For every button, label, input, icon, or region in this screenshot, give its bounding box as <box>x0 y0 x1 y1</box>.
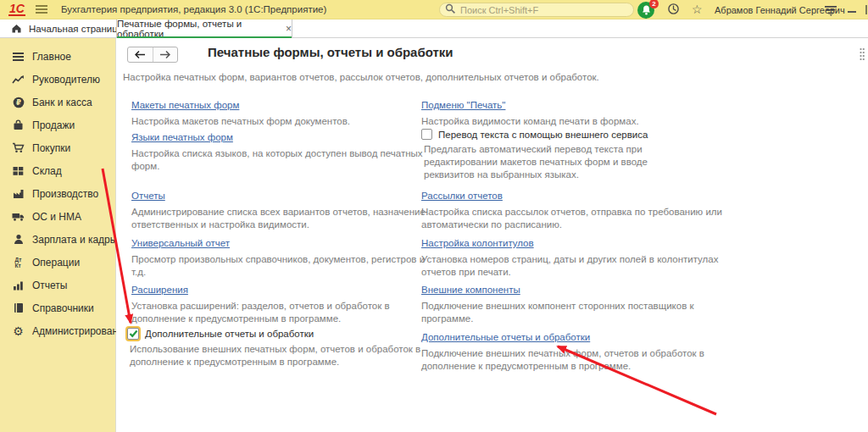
sidebar-item-bank-cash[interactable]: ₽ Банк и касса <box>0 91 115 114</box>
tab-print-forms[interactable]: Печатные формы, отчеты и обработки × <box>116 19 292 38</box>
forward-button[interactable] <box>153 47 178 62</box>
search-placeholder: Поиск Ctrl+Shift+F <box>460 5 538 15</box>
sidebar-item-operations[interactable]: Дт Кт Операции <box>0 251 115 274</box>
setting-description: Настройка списка рассылок отчетов, отпра… <box>421 206 760 231</box>
setting-description: Настройка макетов печатных форм документ… <box>131 115 437 128</box>
setting-print-form-layouts: Макеты печатных форм Настройка макетов п… <box>131 97 437 128</box>
setting-extensions: Расширения Установка расширений: раздело… <box>131 281 437 325</box>
main-content: Печатные формы, отчеты и обработки Настр… <box>116 38 868 432</box>
notification-badge: 2 <box>649 0 659 8</box>
more-actions-icon[interactable] <box>859 47 865 64</box>
reports-link[interactable]: Отчеты <box>131 191 165 201</box>
setting-reports: Отчеты Администрирование списка всех вар… <box>131 187 437 231</box>
headers-footers-link[interactable]: Настройка колонтитулов <box>421 238 534 248</box>
sidebar-item-warehouse[interactable]: Склад <box>0 159 115 182</box>
sidebar-item-purchases[interactable]: Покупки <box>0 136 115 159</box>
sidebar-item-reports[interactable]: Отчеты <box>0 274 115 296</box>
print-form-languages-link[interactable]: Языки печатных форм <box>131 132 233 142</box>
maximize-button-partial[interactable] <box>865 5 867 14</box>
home-icon <box>11 21 22 36</box>
setting-description: Просмотр произвольных справочников, доку… <box>131 253 437 279</box>
home-tab-label: Начальная страница <box>29 24 123 34</box>
sidebar-item-production[interactable]: Производство <box>0 182 115 205</box>
truck-icon <box>11 210 25 224</box>
sidebar-item-administration[interactable]: ⚙ Администрирование <box>0 319 115 342</box>
main-menu-icon[interactable] <box>36 4 47 14</box>
checkbox-label[interactable]: Перевод текста с помощью внешнего сервис… <box>438 130 648 140</box>
setting-description: Подключение внешних печатных форм, отчет… <box>421 347 760 373</box>
cart-icon <box>11 141 25 155</box>
bag-icon <box>11 119 25 132</box>
notifications-button[interactable]: 2 <box>637 1 656 19</box>
window-titlebar: 1С Бухгалтерия предприятия, редакция 3.0… <box>0 0 868 19</box>
active-tab-label: Печатные формы, отчеты и обработки <box>117 19 280 39</box>
setting-additional-reports-link: Дополнительные отчеты и обработки Подклю… <box>421 329 760 373</box>
factory-icon <box>11 187 25 201</box>
tools-settings-icon[interactable] <box>825 4 837 19</box>
setting-description: Настройка видимости команд печати в форм… <box>421 115 760 128</box>
tab-close-icon[interactable]: × <box>286 24 292 34</box>
setting-description: Подключение внешних компонент сторонних … <box>421 300 760 325</box>
search-icon <box>445 3 456 18</box>
sidebar-item-payroll-hr[interactable]: Зарплата и кадры <box>0 228 115 251</box>
setting-print-submenu: Подменю "Печать" Настройка видимости ком… <box>421 97 760 128</box>
1c-logo: 1С <box>8 3 25 16</box>
trend-chart-icon <box>11 73 25 86</box>
grid-icon <box>11 164 25 178</box>
extensions-link[interactable]: Расширения <box>131 285 188 295</box>
universal-report-link[interactable]: Универсальный отчет <box>131 238 230 248</box>
dt-kt-icon: Дт Кт <box>11 256 25 269</box>
back-button[interactable] <box>128 47 153 62</box>
setting-description: Установка расширений: разделов, отчетов … <box>131 300 437 325</box>
setting-additional-reports-checkbox: Дополнительные отчеты и обработки Исполь… <box>127 328 432 368</box>
text-translation-checkbox[interactable] <box>421 129 432 140</box>
checkbox-label[interactable]: Дополнительные отчеты и обработки <box>145 329 314 339</box>
checkmark-icon <box>129 330 138 338</box>
ruble-coin-icon: ₽ <box>11 96 25 109</box>
app-title: Бухгалтерия предприятия, редакция 3.0 (1… <box>61 4 326 14</box>
page-title: Печатные формы, отчеты и обработки <box>208 45 453 59</box>
additional-reports-checkbox[interactable] <box>127 328 139 340</box>
sidebar-item-fixed-assets[interactable]: ОС и НМА <box>0 205 115 228</box>
sidebar-item-sales[interactable]: Продажи <box>0 114 115 136</box>
external-components-link[interactable]: Внешние компоненты <box>421 285 520 295</box>
tab-bar: Начальная страница Печатные формы, отчет… <box>0 19 868 38</box>
page-subtitle: Настройка печатных форм, вариантов отчет… <box>123 72 599 82</box>
report-mailings-link[interactable]: Рассылки отчетов <box>421 191 503 201</box>
history-icon[interactable] <box>667 3 680 19</box>
svg-text:₽: ₽ <box>16 98 21 107</box>
print-form-layouts-link[interactable]: Макеты печатных форм <box>131 100 239 110</box>
setting-headers-footers: Настройка колонтитулов Установка номеров… <box>421 235 760 279</box>
setting-universal-report: Универсальный отчет Просмотр произвольны… <box>131 235 437 279</box>
setting-report-mailings: Рассылки отчетов Настройка списка рассыл… <box>421 187 760 231</box>
navigation-buttons <box>127 47 178 63</box>
person-icon <box>11 233 25 246</box>
bar-chart-icon <box>11 279 25 292</box>
sidebar-item-main[interactable]: Главное <box>0 45 115 68</box>
print-submenu-link[interactable]: Подменю "Печать" <box>421 100 505 110</box>
setting-text-translation-checkbox: Перевод текста с помощью внешнего сервис… <box>421 129 760 181</box>
global-search-input[interactable]: Поиск Ctrl+Shift+F <box>439 3 634 17</box>
favorites-star-icon[interactable]: ☆ <box>692 2 703 17</box>
setting-description: Установка номеров страниц, даты и других… <box>421 253 760 279</box>
additional-reports-link[interactable]: Дополнительные отчеты и обработки <box>421 332 590 342</box>
book-icon <box>11 302 25 315</box>
section-sidebar: Главное Руководителю ₽ Банк и касса Прод… <box>0 38 116 432</box>
setting-external-components: Внешние компоненты Подключение внешних к… <box>421 281 760 325</box>
minimize-button[interactable] <box>848 11 856 13</box>
sidebar-item-directories[interactable]: Справочники <box>0 296 115 319</box>
setting-print-form-languages: Языки печатных форм Настройка списка язы… <box>131 129 437 173</box>
setting-description: Настройка списка языков, на которых дост… <box>131 147 437 173</box>
tab-home-page[interactable]: Начальная страница <box>0 19 123 38</box>
setting-description: Использование внешних печатных форм, отч… <box>130 343 432 368</box>
menu-icon <box>11 50 25 64</box>
gear-icon: ⚙ <box>11 324 25 338</box>
setting-description: Администрирование списка всех вариантов … <box>131 206 437 231</box>
setting-description: Предлагать автоматический перевод текста… <box>424 143 760 181</box>
sidebar-item-manager[interactable]: Руководителю <box>0 68 115 91</box>
